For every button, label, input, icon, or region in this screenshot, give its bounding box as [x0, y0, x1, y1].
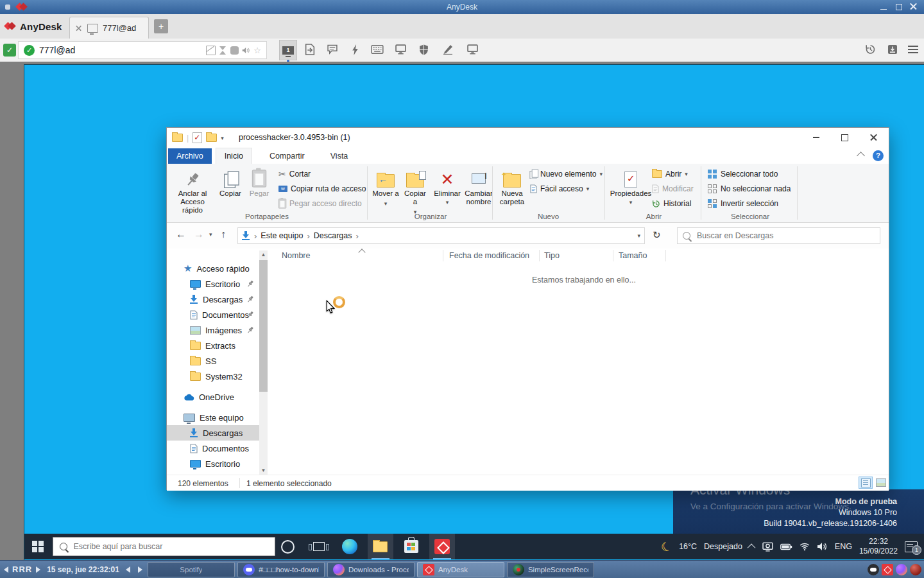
history-button[interactable]: Historial: [652, 197, 691, 210]
rename-button[interactable]: Cambiar nombre: [463, 167, 494, 206]
explorer-close-button[interactable]: [859, 128, 888, 147]
display-settings-button[interactable]: [392, 40, 409, 59]
explorer-search[interactable]: [677, 227, 880, 244]
minimize-button[interactable]: [879, 3, 888, 12]
window-button-spotify[interactable]: Spotify: [148, 562, 235, 577]
sidebar-item-desktop-2[interactable]: Escritorio: [167, 456, 259, 471]
column-header-size[interactable]: Tamaño: [619, 251, 647, 260]
invert-selection-button[interactable]: Invertir selección: [708, 197, 778, 210]
screen-record-tray-icon[interactable]: [762, 542, 773, 552]
explorer-maximize-button[interactable]: [830, 128, 859, 147]
move-to-button[interactable]: Mover a: [372, 167, 399, 208]
taskbar-edge[interactable]: [337, 534, 363, 559]
column-header-name[interactable]: Nombre: [282, 251, 310, 260]
explorer-minimize-button[interactable]: [801, 128, 830, 147]
sidebar-item-documents[interactable]: Documentos: [167, 307, 259, 322]
recent-locations-caret[interactable]: ▾: [209, 231, 212, 238]
battery-icon[interactable]: [780, 543, 792, 550]
close-button[interactable]: [910, 3, 919, 12]
window-button-anydesk[interactable]: AnyDesk: [417, 562, 504, 577]
menu-button[interactable]: [905, 40, 921, 59]
whiteboard-button[interactable]: [440, 40, 456, 59]
icons-view-toggle[interactable]: [874, 477, 888, 489]
tab-compartir[interactable]: Compartir: [261, 148, 313, 164]
qat-new-folder-icon[interactable]: [206, 134, 217, 142]
new-session-button[interactable]: +: [154, 19, 168, 33]
copy-button[interactable]: Copiar: [217, 167, 244, 198]
tab-close-icon[interactable]: [76, 25, 82, 31]
session-address[interactable]: ✓ 777l@ad ☆: [18, 41, 267, 59]
session-history-button[interactable]: [862, 40, 878, 59]
remote-desktop[interactable]: Activar Windows Ve a Configuración para …: [24, 64, 924, 560]
select-all-button[interactable]: Seleccionar todo: [708, 168, 778, 180]
easy-access-button[interactable]: Fácil acceso: [530, 182, 589, 195]
paste-button[interactable]: Pegar: [246, 167, 272, 198]
details-view-toggle[interactable]: [859, 477, 873, 489]
start-button[interactable]: [32, 541, 44, 552]
pin-quick-access-button[interactable]: Anclar al Acceso rápido: [172, 167, 213, 215]
select-none-button[interactable]: No seleccionar nada: [708, 182, 791, 195]
qat-properties-icon[interactable]: [193, 132, 202, 143]
taskbar-search-input[interactable]: [73, 541, 268, 552]
column-header-type[interactable]: Tipo: [544, 251, 560, 260]
next-arrow[interactable]: [138, 566, 142, 573]
cortana-button[interactable]: [275, 534, 301, 559]
column-header-modified[interactable]: Fecha de modificación: [449, 251, 529, 260]
tray-anydesk-icon[interactable]: [882, 564, 893, 575]
tab-inicio[interactable]: Inicio: [216, 148, 252, 164]
sidebar-item-desktop[interactable]: Escritorio: [167, 276, 259, 292]
tree-scrollbar[interactable]: ▲ ▼: [259, 250, 268, 475]
window-button-ssr[interactable]: SimpleScreenReco: [507, 562, 594, 577]
forward-button[interactable]: →: [194, 229, 204, 240]
volume-icon[interactable]: [817, 542, 828, 551]
permissions-button[interactable]: [415, 40, 432, 59]
new-folder-button[interactable]: Nueva carpeta: [497, 167, 527, 206]
sidebar-item-this-pc[interactable]: Este equipo: [167, 410, 259, 425]
breadcrumb[interactable]: › Este equipo › Descargas › ▾: [237, 227, 645, 244]
help-icon[interactable]: ?: [873, 150, 884, 161]
crumb-este-equipo[interactable]: Este equipo: [261, 231, 303, 240]
up-button[interactable]: ↑: [221, 229, 226, 240]
open-button[interactable]: Abrir: [652, 168, 688, 180]
copy-path-button[interactable]: w Copiar ruta de acceso: [278, 182, 366, 195]
refresh-icon[interactable]: ↻: [653, 229, 661, 241]
paste-shortcut-button[interactable]: Pegar acceso directo: [278, 197, 362, 210]
maximize-button[interactable]: [894, 3, 903, 12]
prev-arrow[interactable]: [126, 566, 130, 573]
address-book-button[interactable]: [884, 40, 901, 59]
sidebar-item-ss[interactable]: SS: [167, 353, 259, 369]
scrollbar-thumb[interactable]: [259, 260, 268, 392]
tab-vista[interactable]: Vista: [322, 148, 357, 164]
workspace-prev-arrow[interactable]: [4, 566, 8, 573]
sidebar-item-onedrive[interactable]: OneDrive: [167, 389, 259, 405]
language-indicator[interactable]: ENG: [835, 542, 852, 551]
sidebar-item-downloads[interactable]: Descargas: [167, 292, 259, 307]
window-button-firefox[interactable]: Downloads - Proce: [327, 562, 415, 577]
sidebar-item-system32[interactable]: System32: [167, 369, 259, 384]
action-center-button[interactable]: 1: [905, 541, 918, 552]
sidebar-item-downloads-selected[interactable]: Descargas: [167, 425, 259, 441]
scroll-up-arrow[interactable]: ▲: [259, 250, 268, 259]
scroll-down-arrow[interactable]: ▼: [259, 466, 268, 475]
taskbar-search[interactable]: [53, 537, 275, 556]
file-transfer-button[interactable]: [302, 40, 318, 59]
tray-record-icon[interactable]: [910, 564, 921, 575]
workspace-next-arrow[interactable]: [36, 566, 40, 573]
cut-button[interactable]: ✂Cortar: [278, 168, 311, 180]
taskbar-clock[interactable]: 22:32 15/09/2022: [859, 537, 898, 556]
delete-button[interactable]: ✕ Eliminar: [431, 167, 463, 205]
edit-button[interactable]: Modificar: [652, 182, 694, 195]
sidebar-item-pictures[interactable]: Imágenes: [167, 322, 259, 338]
copy-to-button[interactable]: Copiar a: [402, 167, 429, 216]
tray-firefox-icon[interactable]: [896, 564, 907, 575]
qat-customize-caret[interactable]: ▾: [221, 135, 224, 141]
extra-monitor-button[interactable]: [464, 40, 481, 59]
host-clock[interactable]: 15 sep, jue 22:32:01: [47, 565, 119, 574]
weather-temp[interactable]: 16°C: [679, 542, 697, 551]
address-dropdown-caret[interactable]: ▾: [637, 232, 640, 239]
new-item-button[interactable]: Nuevo elemento: [530, 168, 603, 180]
sidebar-item-extracts[interactable]: Extracts: [167, 338, 259, 353]
keyboard-settings-button[interactable]: [369, 40, 386, 59]
actions-button[interactable]: [346, 40, 363, 59]
sidebar-item-quick-access[interactable]: ★Acceso rápido: [167, 261, 259, 276]
